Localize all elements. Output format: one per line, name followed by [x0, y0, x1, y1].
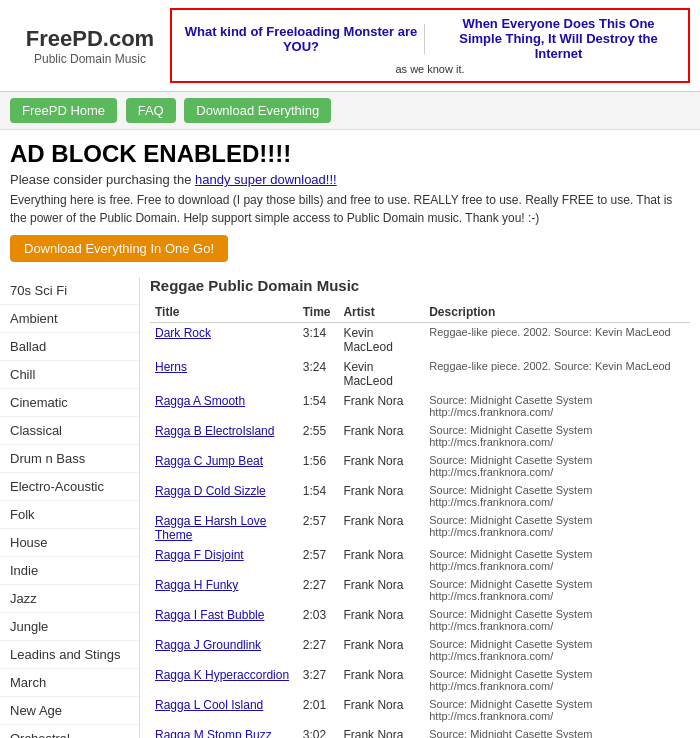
track-title[interactable]: Ragga E Harsh Love Theme — [150, 511, 298, 545]
logo-area: FreePD.com Public Domain Music — [10, 26, 170, 66]
sidebar-item-ballad[interactable]: Ballad — [0, 333, 139, 361]
adblock-title: AD BLOCK ENABLED!!!! — [10, 140, 690, 168]
col-header-artist: Artist — [338, 302, 424, 323]
adblock-section: AD BLOCK ENABLED!!!! Please consider pur… — [0, 130, 700, 267]
track-time: 1:54 — [298, 481, 339, 511]
sidebar-item-ambient[interactable]: Ambient — [0, 305, 139, 333]
track-title[interactable]: Herns — [150, 357, 298, 391]
track-title[interactable]: Ragga M Stomp Buzz — [150, 725, 298, 738]
track-artist: Frank Nora — [338, 725, 424, 738]
track-title[interactable]: Dark Rock — [150, 323, 298, 358]
table-row: Ragga K Hyperaccordion 3:27 Frank Nora S… — [150, 665, 690, 695]
track-artist: Frank Nora — [338, 421, 424, 451]
sidebar-item-cinematic[interactable]: Cinematic — [0, 389, 139, 417]
track-title[interactable]: Ragga I Fast Bubble — [150, 605, 298, 635]
track-time: 3:02 — [298, 725, 339, 738]
sidebar-item-new-age[interactable]: New Age — [0, 697, 139, 725]
track-time: 2:55 — [298, 421, 339, 451]
track-artist: Frank Nora — [338, 635, 424, 665]
sidebar-item-orchestral[interactable]: Orchestral — [0, 725, 139, 738]
sidebar-item-jazz[interactable]: Jazz — [0, 585, 139, 613]
table-row: Herns 3:24 Kevin MacLeod Reggae-like pie… — [150, 357, 690, 391]
adblock-desc: Everything here is free. Free to downloa… — [10, 191, 690, 227]
track-time: 2:57 — [298, 545, 339, 575]
track-artist: Frank Nora — [338, 605, 424, 635]
table-row: Dark Rock 3:14 Kevin MacLeod Reggae-like… — [150, 323, 690, 358]
track-title[interactable]: Ragga D Cold Sizzle — [150, 481, 298, 511]
track-desc: Source: Midnight Casette System http://m… — [424, 421, 690, 451]
music-table: Title Time Artist Description Dark Rock … — [150, 302, 690, 738]
adblock-link[interactable]: handy super download!!! — [195, 172, 337, 187]
sidebar-item-leadins-and-stings[interactable]: Leadins and Stings — [0, 641, 139, 669]
track-artist: Frank Nora — [338, 695, 424, 725]
track-desc: Source: Midnight Casette System http://m… — [424, 725, 690, 738]
track-title[interactable]: Ragga H Funky — [150, 575, 298, 605]
track-artist: Frank Nora — [338, 481, 424, 511]
track-title[interactable]: Ragga B ElectroIsland — [150, 421, 298, 451]
track-artist: Kevin MacLeod — [338, 323, 424, 358]
sidebar-item-march[interactable]: March — [0, 669, 139, 697]
track-title[interactable]: Ragga L Cool Island — [150, 695, 298, 725]
track-time: 2:57 — [298, 511, 339, 545]
ad-left-text[interactable]: What kind of Freeloading Monster are YOU… — [183, 24, 425, 54]
track-title[interactable]: Ragga C Jump Beat — [150, 451, 298, 481]
sidebar-item-folk[interactable]: Folk — [0, 501, 139, 529]
sidebar-item-chill[interactable]: Chill — [0, 361, 139, 389]
main-layout: 70s Sci FiAmbientBalladChillCinematicCla… — [0, 277, 700, 738]
sidebar: 70s Sci FiAmbientBalladChillCinematicCla… — [0, 277, 140, 738]
track-time: 2:01 — [298, 695, 339, 725]
track-desc: Source: Midnight Casette System http://m… — [424, 511, 690, 545]
track-time: 3:14 — [298, 323, 339, 358]
sidebar-item-drum-n-bass[interactable]: Drum n Bass — [0, 445, 139, 473]
table-row: Ragga A Smooth 1:54 Frank Nora Source: M… — [150, 391, 690, 421]
track-time: 3:27 — [298, 665, 339, 695]
table-row: Ragga L Cool Island 2:01 Frank Nora Sour… — [150, 695, 690, 725]
track-desc: Source: Midnight Casette System http://m… — [424, 545, 690, 575]
adblock-please: Please consider purchasing the handy sup… — [10, 172, 690, 187]
ad-sub-text: as we know it. — [178, 63, 682, 75]
sidebar-item-house[interactable]: House — [0, 529, 139, 557]
track-desc: Source: Midnight Casette System http://m… — [424, 391, 690, 421]
track-desc: Source: Midnight Casette System http://m… — [424, 605, 690, 635]
track-title[interactable]: Ragga F Disjoint — [150, 545, 298, 575]
ad-right-text[interactable]: When Everyone Does This One Simple Thing… — [435, 16, 677, 61]
track-title[interactable]: Ragga K Hyperaccordion — [150, 665, 298, 695]
table-row: Ragga E Harsh Love Theme 2:57 Frank Nora… — [150, 511, 690, 545]
table-row: Ragga D Cold Sizzle 1:54 Frank Nora Sour… — [150, 481, 690, 511]
track-time: 2:27 — [298, 635, 339, 665]
col-header-title: Title — [150, 302, 298, 323]
table-row: Ragga B ElectroIsland 2:55 Frank Nora So… — [150, 421, 690, 451]
download-all-button[interactable]: Download Everything In One Go! — [10, 235, 228, 262]
track-artist: Frank Nora — [338, 575, 424, 605]
sidebar-item-70s-sci-fi[interactable]: 70s Sci Fi — [0, 277, 139, 305]
adblock-please-text: Please consider purchasing the — [10, 172, 195, 187]
track-title[interactable]: Ragga A Smooth — [150, 391, 298, 421]
track-desc: Reggae-like piece. 2002. Source: Kevin M… — [424, 323, 690, 358]
content-area: Reggae Public Domain Music Title Time Ar… — [140, 277, 700, 738]
sidebar-item-indie[interactable]: Indie — [0, 557, 139, 585]
table-row: Ragga F Disjoint 2:57 Frank Nora Source:… — [150, 545, 690, 575]
table-row: Ragga M Stomp Buzz 3:02 Frank Nora Sourc… — [150, 725, 690, 738]
sidebar-item-classical[interactable]: Classical — [0, 417, 139, 445]
track-desc: Source: Midnight Casette System http://m… — [424, 635, 690, 665]
track-desc: Source: Midnight Casette System http://m… — [424, 695, 690, 725]
nav-home-button[interactable]: FreePD Home — [10, 98, 117, 123]
nav-faq-button[interactable]: FAQ — [126, 98, 176, 123]
track-artist: Frank Nora — [338, 451, 424, 481]
track-title[interactable]: Ragga J Groundlink — [150, 635, 298, 665]
logo-text: FreePD.com — [10, 26, 170, 52]
section-title: Reggae Public Domain Music — [150, 277, 690, 294]
track-desc: Reggae-like piece. 2002. Source: Kevin M… — [424, 357, 690, 391]
track-desc: Source: Midnight Casette System http://m… — [424, 451, 690, 481]
track-desc: Source: Midnight Casette System http://m… — [424, 481, 690, 511]
sidebar-item-jungle[interactable]: Jungle — [0, 613, 139, 641]
nav-download-button[interactable]: Download Everything — [184, 98, 331, 123]
track-desc: Source: Midnight Casette System http://m… — [424, 665, 690, 695]
track-desc: Source: Midnight Casette System http://m… — [424, 575, 690, 605]
col-header-time: Time — [298, 302, 339, 323]
table-row: Ragga J Groundlink 2:27 Frank Nora Sourc… — [150, 635, 690, 665]
table-row: Ragga C Jump Beat 1:56 Frank Nora Source… — [150, 451, 690, 481]
sidebar-item-electro-acoustic[interactable]: Electro-Acoustic — [0, 473, 139, 501]
ad-banner: What kind of Freeloading Monster are YOU… — [170, 8, 690, 83]
nav-bar: FreePD Home FAQ Download Everything — [0, 92, 700, 130]
